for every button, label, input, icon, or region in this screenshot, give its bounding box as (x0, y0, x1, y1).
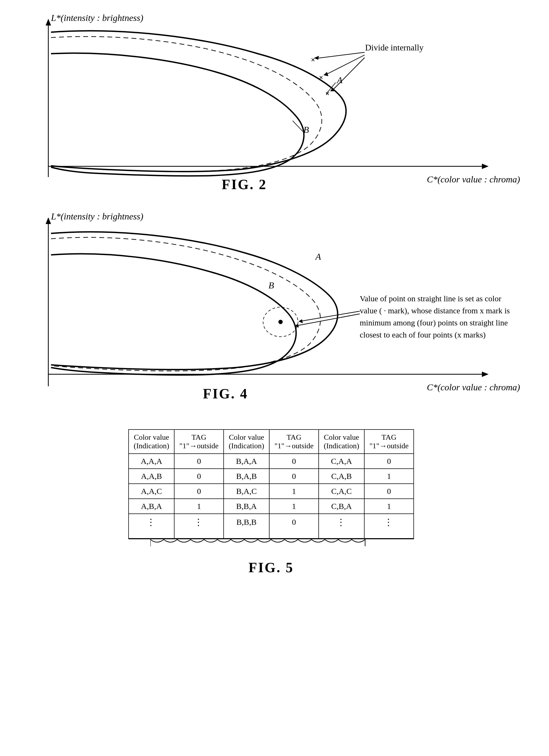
table-row-last: ⋮ ⋮ B,B,B 0 ⋮ ⋮ (129, 514, 414, 539)
svg-text:L*(intensity : brightness): L*(intensity : brightness) (51, 211, 143, 222)
svg-text:L*(intensity : brightness): L*(intensity : brightness) (51, 13, 143, 23)
cell-1-1: A,A,A (129, 454, 174, 469)
cell-4-6: 1 (364, 499, 414, 514)
col-header-2: TAG"1"→outside (174, 430, 223, 454)
cell-4-3: B,B,A (223, 499, 269, 514)
svg-text:×: × (326, 89, 330, 98)
svg-text:FIG. 2: FIG. 2 (222, 177, 267, 192)
svg-line-9 (293, 121, 303, 131)
svg-text:A: A (315, 252, 321, 262)
cell-3-5: C,A,C (319, 484, 364, 499)
cell-2-2: 0 (174, 469, 223, 484)
fig5-label: FIG. 5 (16, 560, 526, 575)
svg-marker-32 (299, 319, 303, 323)
col-header-1: Color value(Indication) (129, 430, 174, 454)
cell-3-4: 1 (269, 484, 319, 499)
wavy-border-svg (150, 538, 392, 552)
cell-5-3: B,B,B (223, 514, 269, 539)
col-header-6: TAG"1"→outside (364, 430, 414, 454)
cell-3-3: B,A,C (223, 484, 269, 499)
svg-text:C*(color value : chroma): C*(color value : chroma) (427, 174, 520, 185)
cell-4-1: A,B,A (129, 499, 174, 514)
cell-5-5: ⋮ (319, 514, 364, 539)
cell-2-5: C,A,B (319, 469, 364, 484)
svg-text:B: B (304, 125, 309, 135)
cell-5-6: ⋮ (364, 514, 414, 539)
svg-marker-1 (46, 19, 51, 25)
cell-5-1: ⋮ (129, 514, 174, 539)
cell-4-5: C,B,A (319, 499, 364, 514)
fig2-container: L*(intensity : brightness) C*(color valu… (16, 11, 526, 193)
cell-5-4: 0 (269, 514, 319, 539)
cell-1-6: 0 (364, 454, 414, 469)
fig4-container: L*(intensity : brightness) C*(color valu… (16, 209, 526, 402)
cell-4-2: 1 (174, 499, 223, 514)
fig5-table: Color value(Indication) TAG"1"→outside C… (128, 429, 414, 539)
svg-text:×: × (319, 73, 323, 82)
cell-1-3: B,A,A (223, 454, 269, 469)
fig4-svg: L*(intensity : brightness) C*(color valu… (16, 209, 526, 402)
cell-3-2: 0 (174, 484, 223, 499)
svg-text:×: × (311, 56, 315, 64)
svg-text:Divide  internally: Divide internally (365, 43, 424, 52)
svg-line-33 (295, 314, 360, 326)
cell-2-3: B,A,B (223, 469, 269, 484)
cell-4-4: 1 (269, 499, 319, 514)
svg-line-11 (316, 52, 365, 58)
svg-line-17 (332, 58, 365, 91)
fig5-table-wrapper: Color value(Indication) TAG"1"→outside C… (16, 429, 526, 539)
cell-5-2: ⋮ (174, 514, 223, 539)
svg-marker-22 (46, 217, 51, 224)
table-row: A,A,A 0 B,A,A 0 C,A,A 0 (129, 454, 414, 469)
svg-text:B: B (268, 280, 274, 290)
col-header-4: TAG"1"→outside (269, 430, 319, 454)
svg-point-30 (279, 320, 283, 324)
cell-3-1: A,A,C (129, 484, 174, 499)
cell-2-4: 0 (269, 469, 319, 484)
svg-text:FIG. 4: FIG. 4 (203, 386, 248, 401)
table-row: A,A,C 0 B,A,C 1 C,A,C 0 (129, 484, 414, 499)
fig5-container: Color value(Indication) TAG"1"→outside C… (16, 424, 526, 575)
cell-1-2: 0 (174, 454, 223, 469)
svg-line-14 (325, 55, 365, 75)
col-header-5: Color value(Indication) (319, 430, 364, 454)
svg-marker-3 (482, 164, 489, 169)
fig2-svg: L*(intensity : brightness) C*(color valu… (16, 11, 526, 193)
table-row: A,B,A 1 B,B,A 1 C,B,A 1 (129, 499, 414, 514)
cell-1-5: C,A,A (319, 454, 364, 469)
svg-marker-15 (324, 72, 328, 76)
table-header-row: Color value(Indication) TAG"1"→outside C… (129, 430, 414, 454)
cell-3-6: 0 (364, 484, 414, 499)
col-header-3: Color value(Indication) (223, 430, 269, 454)
cell-2-1: A,A,B (129, 469, 174, 484)
cell-2-6: 1 (364, 469, 414, 484)
table-row: A,A,B 0 B,A,B 0 C,A,B 1 (129, 469, 414, 484)
cell-1-4: 0 (269, 454, 319, 469)
